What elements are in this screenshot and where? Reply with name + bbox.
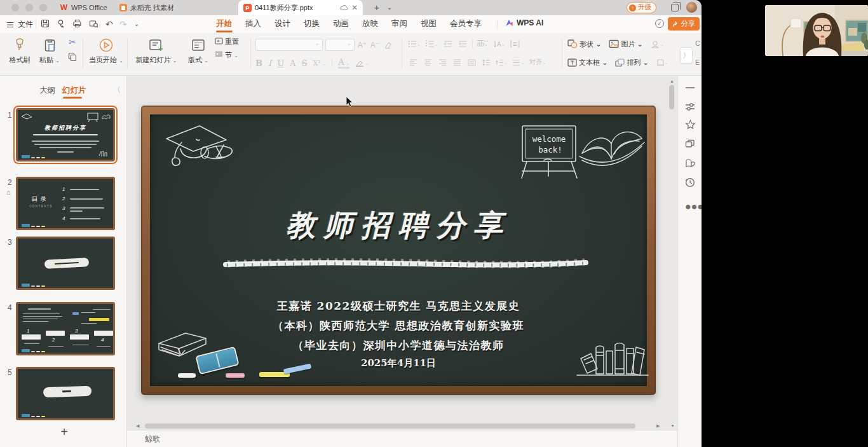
font-family-select[interactable] (255, 39, 323, 51)
menu-tab-view[interactable]: 视图 (421, 18, 437, 29)
format-painter-button[interactable]: 格式刷 (5, 37, 34, 65)
decrease-font-icon[interactable]: A⁻ (370, 40, 380, 50)
increase-font-icon[interactable]: A⁺ (357, 40, 367, 50)
scroll-up-arrow[interactable]: ▲ (670, 79, 674, 83)
scroll-right-arrow[interactable]: ▶ (656, 423, 660, 429)
quick-toolbar-chevron-icon[interactable]: ⌄ (134, 20, 139, 27)
collapse-toolbar-icon[interactable] (685, 86, 695, 89)
section-button[interactable]: 节 ⌄ (215, 50, 238, 60)
tab-slides[interactable]: 幻灯片 (62, 85, 86, 96)
slide-thumbnail-4[interactable]: 1 2 3 4 (16, 302, 115, 355)
strikethrough-button[interactable]: S (302, 58, 308, 68)
traffic-light-zoom[interactable] (39, 4, 47, 11)
shapes-button[interactable]: 形状 ⌄ (567, 39, 601, 49)
new-tab-button[interactable]: + (371, 2, 383, 13)
scroll-left-arrow[interactable]: ◀ (136, 423, 139, 429)
menu-tab-insert[interactable]: 插入 (245, 18, 261, 29)
save-icon[interactable] (41, 19, 50, 28)
highlight-color-icon[interactable]: ⌄ (355, 58, 369, 68)
menu-tab-animation[interactable]: 动画 (333, 18, 349, 29)
copy-icon[interactable] (68, 52, 77, 61)
slide-body-text[interactable]: 王嘉诺 2022级硕士研究生 马克思主义发展史 （本科）陕西师范大学 思想政治教… (141, 296, 656, 355)
align-right-icon[interactable] (437, 57, 447, 67)
slide-thumbnail-3[interactable] (16, 237, 115, 290)
align-objects-button[interactable]: 对齐 ⌄ (529, 57, 546, 67)
menu-tab-home[interactable]: 开始 (216, 18, 232, 29)
slide-title[interactable]: 教师招聘分享 (141, 206, 656, 245)
justify-icon[interactable] (452, 57, 462, 67)
slide-thumbnail-5[interactable] (16, 367, 115, 420)
textbox-button[interactable]: 文本框 ⌄ (567, 58, 607, 67)
menu-tab-member[interactable]: 会员专享 (450, 18, 482, 29)
print-preview-icon[interactable] (89, 19, 98, 28)
sort-text-icon[interactable]: ⌄ (492, 39, 505, 49)
tab-docer[interactable]: 来稻壳 找素材 (114, 0, 179, 15)
switch-window-icon[interactable] (671, 4, 679, 11)
tab-presentation-file[interactable]: P 0411教师分享.pptx ✕ (238, 0, 363, 15)
play-from-current-button[interactable]: 当页开始 ⌄ (86, 37, 126, 65)
slide-thumbnail-2[interactable]: 目录 CONTENTS 1 2 3 4 (16, 177, 115, 230)
favorites-star-icon[interactable] (685, 120, 696, 130)
arrange-button[interactable]: 排列 ⌄ (615, 58, 648, 67)
slide-canvas[interactable]: welcome back! (127, 76, 677, 430)
add-slide-button[interactable]: + (57, 425, 71, 439)
row-spacing-icon[interactable]: ⌄ (512, 57, 524, 67)
slide-thumbnail-1[interactable]: 教师招聘分享 (16, 108, 115, 162)
traffic-light-minimize[interactable] (25, 4, 33, 11)
share-button[interactable]: 分享 (668, 17, 700, 31)
decrease-indent-icon[interactable] (443, 39, 453, 49)
scroll-down-arrow[interactable]: ▼ (670, 423, 675, 428)
collapse-panel-icon[interactable]: 〈 (113, 85, 121, 95)
clear-format-icon[interactable] (383, 40, 393, 50)
superscript-button[interactable]: X² ⌄ (313, 59, 326, 67)
upgrade-button[interactable]: ↑ 升级 (627, 2, 656, 13)
wps-ai-menu[interactable]: WPS AI (505, 18, 543, 27)
more-tools-icon[interactable]: ●●● (685, 201, 702, 212)
print-icon[interactable] (72, 19, 82, 28)
menu-tab-design[interactable]: 设计 (275, 18, 290, 29)
bold-button[interactable]: B (255, 58, 262, 68)
notes-bar[interactable]: 鲸歌 (127, 430, 677, 447)
distribute-text-icon[interactable] (466, 57, 477, 67)
menu-tab-transition[interactable]: 切换 (304, 18, 320, 29)
tab-outline[interactable]: 大纲 (39, 85, 55, 96)
insert-media-icon[interactable]: ⌄ (651, 39, 664, 49)
undo-icon[interactable]: ↶ (105, 19, 113, 29)
user-avatar[interactable] (686, 2, 697, 13)
slide-editor[interactable]: welcome back! (141, 106, 656, 395)
increase-indent-icon[interactable] (458, 39, 468, 49)
history-clock-icon[interactable] (685, 177, 695, 188)
align-left-icon[interactable] (408, 57, 418, 67)
text-box-settings-icon[interactable] (510, 39, 520, 49)
close-tab-icon[interactable]: ✕ (351, 3, 358, 12)
numbered-list-icon[interactable]: ⌄ (425, 39, 438, 49)
font-size-select[interactable] (325, 39, 355, 51)
horizontal-scrollbar[interactable] (145, 423, 635, 429)
tab-list-chevron-icon[interactable]: ⌄ (384, 4, 395, 11)
paragraph-spacing-icon[interactable]: ⌄ (496, 57, 508, 67)
menu-tab-review[interactable]: 审阅 (391, 18, 407, 29)
layout-button[interactable]: 版式 ⌄ (183, 37, 214, 65)
insert-object-icon[interactable]: ⌄ (656, 57, 668, 67)
traffic-light-close[interactable] (11, 4, 19, 11)
ribbon-expand-button[interactable]: 〉 (680, 47, 693, 64)
bullet-list-icon[interactable]: ⌄ (408, 39, 421, 49)
font-color-button[interactable]: A ⌄ (338, 57, 349, 69)
export-icon[interactable] (57, 19, 66, 28)
cut-icon[interactable]: ✂ (69, 37, 76, 47)
line-spacing-icon[interactable] (481, 57, 491, 67)
vertical-scrollbar[interactable] (669, 85, 674, 109)
italic-button[interactable]: I (268, 58, 271, 68)
properties-icon[interactable] (685, 102, 695, 112)
align-center-icon[interactable] (423, 57, 433, 67)
redo-icon[interactable]: ↷ (119, 19, 127, 29)
tab-wps-office[interactable]: W WPS Office (55, 0, 112, 15)
cloud-sync-icon[interactable] (340, 4, 348, 11)
selection-pane-icon[interactable] (685, 139, 695, 149)
picture-button[interactable]: 图片 ⌄ (609, 39, 642, 49)
paste-button[interactable]: 粘贴 ⌄ (36, 37, 64, 65)
text-direction-icon[interactable]: ab ⌄ (477, 39, 488, 49)
material-library-icon[interactable] (685, 158, 696, 168)
underline-button[interactable]: U (277, 58, 284, 68)
reset-button[interactable]: 重置 (215, 37, 239, 46)
